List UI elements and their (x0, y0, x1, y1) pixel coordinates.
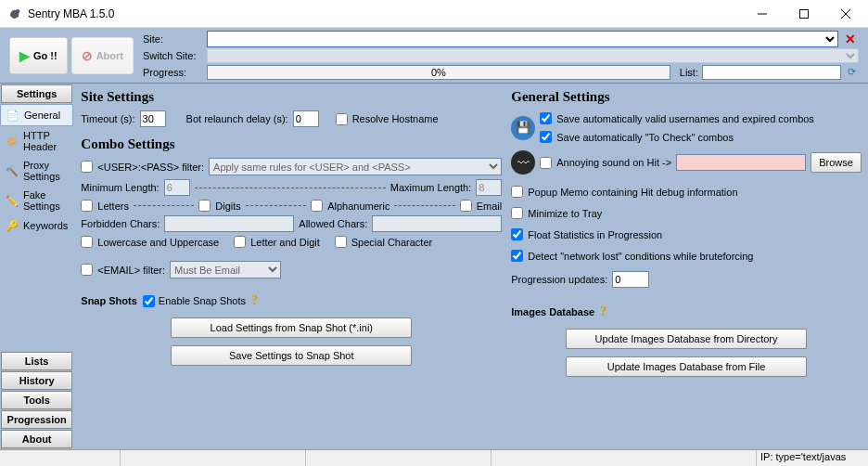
switch-site-label: Switch Site: (143, 50, 203, 61)
sidebar-item-label: General (24, 110, 60, 121)
userpass-filter-select[interactable]: Apply same rules for <USER> and <PASS> (209, 158, 502, 175)
nav-tools[interactable]: Tools (1, 391, 72, 409)
sidebar-icon: ✏️ (6, 194, 19, 207)
sound-path-input[interactable] (676, 154, 806, 171)
list-label: List: (674, 67, 698, 78)
clear-site-icon[interactable]: ✕ (842, 32, 859, 46)
min-length-input[interactable] (164, 179, 190, 196)
sidebar-icon: 🔑 (6, 219, 19, 232)
update-file-button[interactable]: Update Images Database from File (566, 356, 807, 377)
allowed-label: Allowed Chars: (299, 218, 367, 229)
progress-label: Progress: (143, 67, 203, 78)
minimize-button[interactable] (741, 0, 783, 27)
enable-snapshots-checkbox[interactable] (143, 295, 155, 307)
switch-site-select[interactable] (207, 48, 859, 63)
snapshots-title: Snap Shots Enable Snap Shots ? (81, 293, 502, 308)
combo-settings-title: Combo Settings (81, 136, 502, 152)
sidebar-header: Settings (1, 84, 72, 103)
max-length-label: Maximum Length: (390, 182, 471, 193)
titlebar: Sentry MBA 1.5.0 (0, 0, 868, 28)
go-button[interactable]: ▶Go !! (9, 37, 68, 74)
site-settings-title: Site Settings (81, 89, 502, 105)
sidebar-item-label: Keywords (23, 220, 68, 231)
maximize-button[interactable] (783, 0, 824, 27)
forbidden-label: Forbidden Chars: (81, 218, 160, 229)
sidebar-icon: 🔅 (6, 135, 19, 148)
window-title: Sentry MBA 1.5.0 (28, 7, 741, 20)
list-input[interactable] (702, 65, 841, 80)
forbidden-input[interactable] (164, 215, 294, 232)
resolve-hostname-checkbox[interactable] (336, 113, 348, 125)
max-length-input[interactable] (476, 179, 502, 196)
letterdigit-checkbox[interactable] (234, 236, 246, 248)
toolbar: ▶Go !! ⊘Abort Site: ✕ Switch Site: Progr… (0, 28, 868, 84)
timeout-label: Timeout (s): (81, 113, 134, 124)
app-icon (7, 6, 22, 21)
refresh-icon[interactable]: ⟳ (845, 66, 859, 78)
sidebar-item-keywords[interactable]: 🔑Keywords (0, 215, 73, 236)
email-checkbox[interactable] (460, 200, 472, 212)
prog-updates-label: Progression updates: (511, 274, 607, 285)
save-icon: 💾 (511, 116, 535, 140)
detect-network-checkbox[interactable] (511, 250, 523, 262)
sidebar-item-general[interactable]: 📄General (0, 104, 73, 126)
svg-rect-1 (799, 9, 808, 18)
nav-lists[interactable]: Lists (1, 352, 72, 370)
abort-button[interactable]: ⊘Abort (71, 37, 134, 74)
timeout-input[interactable] (140, 110, 166, 127)
close-button[interactable] (824, 0, 866, 27)
sidebar-item-label: HTTP Header (23, 130, 68, 152)
special-checkbox[interactable] (335, 236, 347, 248)
userpass-filter-checkbox[interactable] (81, 161, 93, 173)
update-dir-button[interactable]: Update Images Database from Directory (566, 329, 807, 349)
help-icon[interactable]: ? (600, 304, 606, 319)
popup-checkbox[interactable] (511, 186, 523, 198)
annoying-sound-checkbox[interactable] (540, 157, 552, 169)
sidebar-item-label: Fake Settings (23, 189, 68, 212)
min-length-label: Minimum Length: (81, 182, 159, 193)
prog-updates-input[interactable] (612, 271, 649, 288)
lowup-checkbox[interactable] (81, 236, 93, 248)
floatstats-checkbox[interactable] (511, 228, 523, 240)
save-snapshot-button[interactable]: Save Settings to Snap Shot (171, 345, 412, 366)
sidebar-item-label: Proxy Settings (23, 160, 68, 182)
auto-valid-checkbox[interactable] (540, 112, 552, 124)
images-db-title: Images Database ? (511, 304, 862, 319)
statusbar: IP: type='text/javas (0, 449, 868, 466)
relaunch-input[interactable] (293, 110, 319, 127)
email-filter-select[interactable]: Must Be Email (170, 261, 281, 278)
sidebar-item-proxy-settings[interactable]: 🔨Proxy Settings (0, 156, 73, 186)
nav-history[interactable]: History (1, 371, 72, 390)
sidebar: Settings 📄General🔅HTTP Header🔨Proxy Sett… (0, 84, 73, 449)
digits-checkbox[interactable] (198, 200, 211, 212)
sidebar-icon: 📄 (6, 109, 19, 122)
alnum-checkbox[interactable] (311, 200, 323, 212)
letters-checkbox[interactable] (81, 200, 93, 212)
help-icon[interactable]: ? (251, 293, 258, 308)
status-ip: IP: type='text/javas (757, 450, 868, 466)
email-filter-checkbox[interactable] (81, 264, 93, 276)
userpass-filter-label: <USER>:<PASS> filter: (97, 162, 204, 173)
email-filter-label: <EMAIL> filter: (97, 265, 165, 276)
general-settings-title: General Settings (511, 89, 862, 105)
browse-button[interactable]: Browse (811, 152, 862, 173)
site-select[interactable] (207, 31, 838, 47)
allowed-input[interactable] (372, 215, 502, 232)
minimize-checkbox[interactable] (511, 207, 523, 219)
sidebar-item-http-header[interactable]: 🔅HTTP Header (0, 126, 73, 156)
sidebar-item-fake-settings[interactable]: ✏️Fake Settings (0, 186, 73, 215)
site-label: Site: (143, 33, 203, 45)
sidebar-icon: 🔨 (6, 164, 19, 177)
auto-tocheck-checkbox[interactable] (540, 131, 552, 143)
progress-bar: 0% (207, 65, 670, 80)
nav-about[interactable]: About (1, 430, 72, 448)
load-snapshot-button[interactable]: Load Settings from Snap Shot (*.ini) (171, 317, 412, 338)
resolve-hostname-label: Resolve Hostname (352, 113, 439, 124)
sound-icon: 〰 (511, 150, 535, 175)
annoying-sound-label: Annoying sound on Hit -> (556, 157, 671, 168)
relaunch-label: Bot relaunch delay (s): (186, 113, 288, 124)
nav-progression[interactable]: Progression (1, 410, 72, 429)
